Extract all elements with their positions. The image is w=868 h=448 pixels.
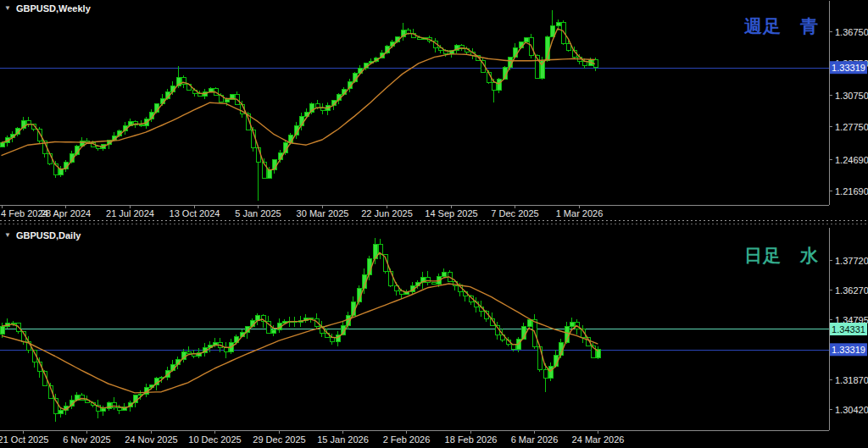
date-tick-label: 2 Feb 2026 bbox=[383, 434, 431, 445]
candle bbox=[225, 99, 229, 102]
candle bbox=[570, 322, 574, 327]
collapse-triangle-icon[interactable]: ▼ bbox=[4, 232, 11, 239]
date-tick-label: 6 Mar 2026 bbox=[511, 434, 559, 445]
daily-chart-panel: 1.377201.362701.347951.318701.3042021 Oc… bbox=[0, 227, 868, 448]
candle bbox=[255, 316, 259, 320]
candle bbox=[550, 26, 554, 37]
candle bbox=[198, 94, 202, 97]
candle bbox=[524, 37, 528, 41]
price-tick-label: 1.21690 bbox=[835, 186, 868, 196]
candle bbox=[0, 143, 4, 147]
price-tick-label: 1.27750 bbox=[835, 122, 868, 132]
price-line-badge-label: 1.33319 bbox=[832, 63, 865, 73]
price-tick-label: 1.36750 bbox=[835, 27, 868, 37]
date-tick-label: 10 Dec 2025 bbox=[188, 434, 241, 445]
daily-symbol-label: GBPUSD,Daily bbox=[16, 230, 81, 241]
price-tick-label: 1.30420 bbox=[835, 405, 868, 415]
candle bbox=[417, 38, 421, 39]
price-line-badge-label: 1.33319 bbox=[832, 345, 865, 355]
fast-ma-line bbox=[2, 252, 598, 410]
candle bbox=[224, 347, 228, 351]
mt4-chart-window: 1.367501.337501.307501.277501.246901.216… bbox=[0, 0, 868, 448]
date-tick-label: 30 Mar 2025 bbox=[297, 208, 349, 218]
weekly-candlestick-chart[interactable]: 1.367501.337501.307501.277501.246901.216… bbox=[0, 0, 868, 218]
price-tick-label: 1.30750 bbox=[835, 91, 868, 101]
candles bbox=[0, 10, 598, 201]
date-tick-label: 15 Jan 2026 bbox=[317, 434, 369, 445]
candle bbox=[58, 411, 63, 414]
date-tick-label: 14 Sep 2025 bbox=[425, 208, 477, 218]
date-tick-label: 28 Apr 2024 bbox=[41, 208, 91, 218]
date-tick-label: 5 Jan 2025 bbox=[235, 208, 281, 218]
date-tick-label: 29 Dec 2025 bbox=[253, 434, 305, 445]
candle bbox=[543, 369, 548, 378]
panel-splitter[interactable] bbox=[0, 218, 868, 227]
candle bbox=[406, 30, 410, 34]
candle bbox=[117, 407, 121, 410]
candle bbox=[492, 82, 496, 90]
weekly-chart-panel: 1.367501.337501.307501.277501.246901.216… bbox=[0, 0, 868, 218]
date-tick-label: 21 Oct 2025 bbox=[0, 434, 48, 445]
price-tick-label: 1.36270 bbox=[835, 285, 868, 296]
fast-ma-line bbox=[2, 29, 595, 170]
candle bbox=[442, 273, 446, 277]
daily-chart-title[interactable]: ▼ GBPUSD,Daily bbox=[4, 230, 81, 241]
date-tick-label: 22 Jun 2025 bbox=[361, 208, 413, 218]
candle bbox=[26, 120, 31, 124]
date-tick-label: 18 Feb 2026 bbox=[445, 434, 498, 445]
candle bbox=[267, 170, 271, 179]
weekly-annotation: 週足 青 bbox=[744, 14, 819, 38]
date-tick-label: 1 Mar 2026 bbox=[556, 208, 604, 218]
candle bbox=[271, 329, 275, 333]
date-tick-label: 6 Nov 2025 bbox=[63, 434, 110, 445]
candle bbox=[209, 89, 213, 92]
date-tick-label: 24 Mar 2026 bbox=[572, 434, 625, 445]
candle bbox=[556, 23, 560, 26]
price-tick-label: 1.37720 bbox=[835, 256, 868, 266]
date-tick-label: 24 Nov 2025 bbox=[125, 434, 177, 445]
price-tick-label: 1.31870 bbox=[835, 375, 868, 385]
candle bbox=[548, 367, 553, 379]
price-line-badge-label: 1.34331 bbox=[832, 324, 865, 335]
candle bbox=[186, 351, 191, 353]
weekly-chart-title[interactable]: ▼ GBPUSD,Weekly bbox=[4, 3, 91, 14]
candle bbox=[566, 43, 570, 51]
date-tick-label: 7 Dec 2025 bbox=[491, 208, 538, 218]
candle bbox=[139, 124, 143, 125]
daily-annotation: 日足 水 bbox=[744, 244, 819, 268]
date-tick-label: 21 Jul 2024 bbox=[106, 208, 154, 218]
candle bbox=[58, 169, 63, 175]
candle bbox=[282, 321, 287, 323]
candles bbox=[0, 238, 600, 422]
price-tick-label: 1.24690 bbox=[835, 155, 868, 165]
date-tick-label: 13 Oct 2024 bbox=[170, 208, 220, 218]
candle bbox=[0, 326, 4, 335]
candle bbox=[497, 80, 501, 91]
collapse-triangle-icon[interactable]: ▼ bbox=[4, 5, 11, 12]
candle bbox=[431, 282, 436, 284]
candle bbox=[213, 343, 217, 345]
weekly-symbol-label: GBPUSD,Weekly bbox=[16, 3, 91, 14]
candle bbox=[527, 320, 531, 327]
daily-candlestick-chart[interactable]: 1.377201.362701.347951.318701.3042021 Oc… bbox=[0, 227, 868, 448]
